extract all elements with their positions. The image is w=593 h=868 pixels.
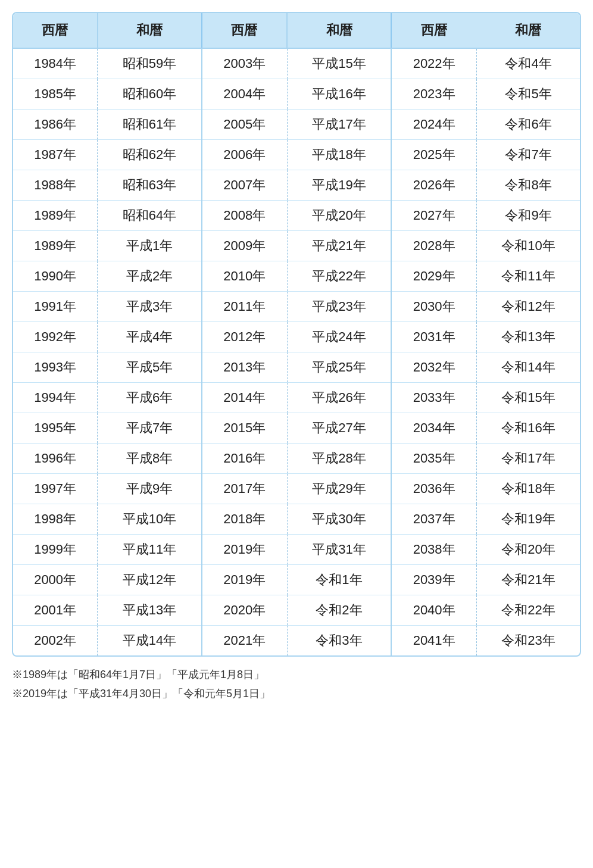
header-wareki-3: 和暦: [477, 13, 580, 48]
cell-row2-col0: 1986年: [13, 110, 98, 140]
cell-row8-col3: 平成23年: [287, 292, 391, 322]
table-row: 1992年平成4年2012年平成24年2031年令和13年: [13, 322, 580, 352]
cell-row8-col1: 平成3年: [98, 292, 202, 322]
cell-row14-col2: 2017年: [202, 474, 287, 504]
table-header-row: 西暦 和暦 西暦 和暦 西暦 和暦: [13, 13, 580, 48]
cell-row0-col0: 1984年: [13, 48, 98, 79]
cell-row8-col4: 2030年: [391, 292, 476, 322]
cell-row14-col5: 令和18年: [477, 474, 580, 504]
cell-row11-col4: 2033年: [391, 383, 476, 413]
cell-row15-col3: 平成30年: [287, 504, 391, 535]
cell-row17-col4: 2039年: [391, 565, 476, 595]
cell-row12-col2: 2015年: [202, 413, 287, 444]
cell-row7-col2: 2010年: [202, 261, 287, 292]
table-row: 1997年平成9年2017年平成29年2036年令和18年: [13, 474, 580, 504]
cell-row13-col3: 平成28年: [287, 444, 391, 474]
table-row: 1994年平成6年2014年平成26年2033年令和15年: [13, 383, 580, 413]
table-row: 1985年昭和60年2004年平成16年2023年令和5年: [13, 79, 580, 110]
cell-row19-col5: 令和23年: [477, 626, 580, 656]
table-row: 1989年昭和64年2008年平成20年2027年令和9年: [13, 201, 580, 231]
table-row: 2002年平成14年2021年令和3年2041年令和23年: [13, 626, 580, 656]
cell-row5-col0: 1989年: [13, 201, 98, 231]
cell-row14-col3: 平成29年: [287, 474, 391, 504]
cell-row3-col3: 平成18年: [287, 140, 391, 170]
cell-row1-col0: 1985年: [13, 79, 98, 110]
table-row: 2000年平成12年2019年令和1年2039年令和21年: [13, 565, 580, 595]
notes-section: ※1989年は「昭和64年1月7日」「平成元年1月8日」 ※2019年は「平成3…: [12, 665, 581, 704]
header-wareki-1: 和暦: [98, 13, 202, 48]
cell-row9-col3: 平成24年: [287, 322, 391, 352]
cell-row12-col3: 平成27年: [287, 413, 391, 444]
cell-row8-col5: 令和12年: [477, 292, 580, 322]
cell-row13-col2: 2016年: [202, 444, 287, 474]
cell-row7-col4: 2029年: [391, 261, 476, 292]
cell-row19-col3: 令和3年: [287, 626, 391, 656]
cell-row5-col5: 令和9年: [477, 201, 580, 231]
calendar-table-wrapper: 西暦 和暦 西暦 和暦 西暦 和暦 1984年昭和59年2003年平成15年20…: [12, 12, 581, 657]
header-seireki-2: 西暦: [202, 13, 287, 48]
cell-row12-col5: 令和16年: [477, 413, 580, 444]
cell-row12-col0: 1995年: [13, 413, 98, 444]
cell-row14-col0: 1997年: [13, 474, 98, 504]
cell-row6-col0: 1989年: [13, 231, 98, 261]
table-row: 1993年平成5年2013年平成25年2032年令和14年: [13, 352, 580, 383]
cell-row1-col1: 昭和60年: [98, 79, 202, 110]
cell-row13-col1: 平成8年: [98, 444, 202, 474]
header-seireki-3: 西暦: [391, 13, 476, 48]
cell-row13-col0: 1996年: [13, 444, 98, 474]
cell-row4-col5: 令和8年: [477, 170, 580, 201]
table-row: 1984年昭和59年2003年平成15年2022年令和4年: [13, 48, 580, 79]
cell-row18-col3: 令和2年: [287, 595, 391, 626]
cell-row2-col3: 平成17年: [287, 110, 391, 140]
table-row: 2001年平成13年2020年令和2年2040年令和22年: [13, 595, 580, 626]
cell-row18-col0: 2001年: [13, 595, 98, 626]
cell-row4-col3: 平成19年: [287, 170, 391, 201]
cell-row16-col2: 2019年: [202, 535, 287, 565]
cell-row9-col5: 令和13年: [477, 322, 580, 352]
cell-row2-col1: 昭和61年: [98, 110, 202, 140]
cell-row15-col5: 令和19年: [477, 504, 580, 535]
cell-row7-col0: 1990年: [13, 261, 98, 292]
cell-row6-col3: 平成21年: [287, 231, 391, 261]
cell-row10-col1: 平成5年: [98, 352, 202, 383]
cell-row0-col5: 令和4年: [477, 48, 580, 79]
note-1989: ※1989年は「昭和64年1月7日」「平成元年1月8日」: [12, 665, 581, 684]
cell-row9-col0: 1992年: [13, 322, 98, 352]
cell-row15-col1: 平成10年: [98, 504, 202, 535]
cell-row1-col3: 平成16年: [287, 79, 391, 110]
table-row: 1986年昭和61年2005年平成17年2024年令和6年: [13, 110, 580, 140]
cell-row2-col5: 令和6年: [477, 110, 580, 140]
cell-row5-col3: 平成20年: [287, 201, 391, 231]
cell-row4-col0: 1988年: [13, 170, 98, 201]
cell-row19-col1: 平成14年: [98, 626, 202, 656]
table-row: 1991年平成3年2011年平成23年2030年令和12年: [13, 292, 580, 322]
cell-row3-col2: 2006年: [202, 140, 287, 170]
cell-row17-col3: 令和1年: [287, 565, 391, 595]
cell-row6-col5: 令和10年: [477, 231, 580, 261]
cell-row14-col4: 2036年: [391, 474, 476, 504]
cell-row8-col0: 1991年: [13, 292, 98, 322]
cell-row6-col4: 2028年: [391, 231, 476, 261]
cell-row4-col1: 昭和63年: [98, 170, 202, 201]
cell-row9-col4: 2031年: [391, 322, 476, 352]
cell-row1-col5: 令和5年: [477, 79, 580, 110]
table-row: 1999年平成11年2019年平成31年2038年令和20年: [13, 535, 580, 565]
cell-row13-col4: 2035年: [391, 444, 476, 474]
cell-row2-col2: 2005年: [202, 110, 287, 140]
cell-row5-col4: 2027年: [391, 201, 476, 231]
cell-row17-col5: 令和21年: [477, 565, 580, 595]
cell-row11-col3: 平成26年: [287, 383, 391, 413]
cell-row9-col2: 2012年: [202, 322, 287, 352]
cell-row14-col1: 平成9年: [98, 474, 202, 504]
note-2019: ※2019年は「平成31年4月30日」「令和元年5月1日」: [12, 684, 581, 703]
cell-row7-col5: 令和11年: [477, 261, 580, 292]
table-row: 1990年平成2年2010年平成22年2029年令和11年: [13, 261, 580, 292]
cell-row15-col4: 2037年: [391, 504, 476, 535]
cell-row3-col0: 1987年: [13, 140, 98, 170]
cell-row10-col4: 2032年: [391, 352, 476, 383]
cell-row0-col4: 2022年: [391, 48, 476, 79]
cell-row16-col5: 令和20年: [477, 535, 580, 565]
cell-row4-col2: 2007年: [202, 170, 287, 201]
cell-row16-col4: 2038年: [391, 535, 476, 565]
cell-row0-col2: 2003年: [202, 48, 287, 79]
